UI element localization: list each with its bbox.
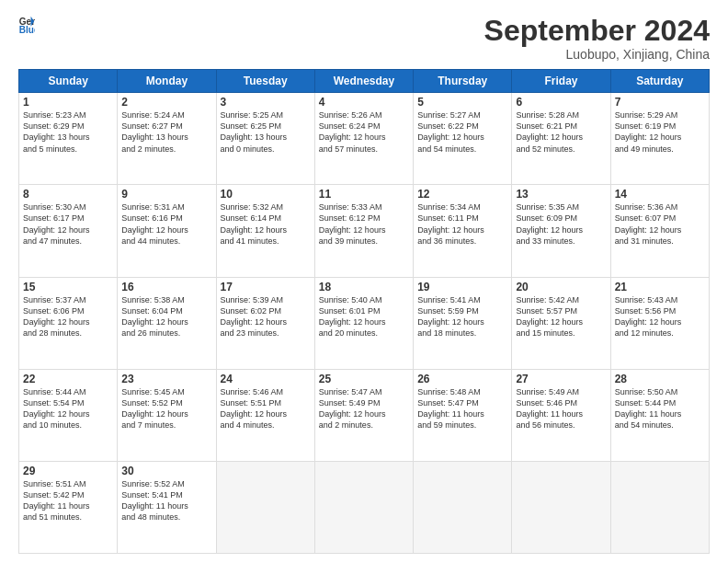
day-info: Sunrise: 5:47 AM Sunset: 5:49 PM Dayligh… [319,386,409,431]
weekday-header-wednesday: Wednesday [314,70,413,93]
calendar-cell: 18Sunrise: 5:40 AM Sunset: 6:01 PM Dayli… [314,277,413,369]
day-number: 1 [23,96,113,109]
calendar-cell: 12Sunrise: 5:34 AM Sunset: 6:11 PM Dayli… [414,185,512,277]
day-number: 14 [615,188,705,201]
day-number: 15 [23,281,113,293]
calendar-cell: 26Sunrise: 5:48 AM Sunset: 5:47 PM Dayli… [414,369,512,461]
logo: General Blue [18,15,35,33]
day-info: Sunrise: 5:23 AM Sunset: 6:29 PM Dayligh… [23,109,113,155]
day-number: 28 [615,373,705,385]
day-number: 8 [23,188,113,201]
calendar-cell: 1Sunrise: 5:23 AM Sunset: 6:29 PM Daylig… [19,93,118,185]
day-info: Sunrise: 5:34 AM Sunset: 6:11 PM Dayligh… [417,201,507,247]
logo-icon: General Blue [18,15,35,33]
calendar-cell: 11Sunrise: 5:33 AM Sunset: 6:12 PM Dayli… [314,185,413,277]
calendar-cell: 24Sunrise: 5:46 AM Sunset: 5:51 PM Dayli… [216,369,314,461]
weekday-header-monday: Monday [118,70,216,93]
calendar-week-5: 29Sunrise: 5:51 AM Sunset: 5:42 PM Dayli… [19,461,710,553]
day-number: 2 [121,96,211,109]
page-title: September 2024 [484,15,710,47]
calendar-cell: 6Sunrise: 5:28 AM Sunset: 6:21 PM Daylig… [512,93,610,185]
day-info: Sunrise: 5:28 AM Sunset: 6:21 PM Dayligh… [516,109,606,155]
day-info: Sunrise: 5:30 AM Sunset: 6:17 PM Dayligh… [23,201,113,247]
calendar-cell: 21Sunrise: 5:43 AM Sunset: 5:56 PM Dayli… [610,277,709,369]
calendar-cell: 23Sunrise: 5:45 AM Sunset: 5:52 PM Dayli… [118,369,216,461]
calendar-cell: 5Sunrise: 5:27 AM Sunset: 6:22 PM Daylig… [414,93,512,185]
calendar-cell: 10Sunrise: 5:32 AM Sunset: 6:14 PM Dayli… [216,185,314,277]
calendar-cell: 19Sunrise: 5:41 AM Sunset: 5:59 PM Dayli… [414,277,512,369]
day-number: 26 [417,373,507,385]
day-number: 9 [121,188,211,201]
calendar-cell: 3Sunrise: 5:25 AM Sunset: 6:25 PM Daylig… [216,93,314,185]
day-info: Sunrise: 5:44 AM Sunset: 5:54 PM Dayligh… [23,386,113,431]
day-info: Sunrise: 5:43 AM Sunset: 5:56 PM Dayligh… [615,294,705,339]
day-info: Sunrise: 5:33 AM Sunset: 6:12 PM Dayligh… [319,201,409,247]
day-number: 11 [319,188,409,201]
calendar-cell: 13Sunrise: 5:35 AM Sunset: 6:09 PM Dayli… [512,185,610,277]
day-number: 22 [23,373,113,385]
title-block: September 2024 Luobupo, Xinjiang, China [484,15,710,62]
day-number: 10 [221,188,311,201]
day-info: Sunrise: 5:39 AM Sunset: 6:02 PM Dayligh… [221,294,311,339]
day-number: 3 [221,96,311,109]
day-number: 12 [417,188,507,201]
day-info: Sunrise: 5:37 AM Sunset: 6:06 PM Dayligh… [23,294,113,339]
day-info: Sunrise: 5:40 AM Sunset: 6:01 PM Dayligh… [319,294,409,339]
page: General Blue September 2024 Luobupo, Xin… [0,0,728,563]
calendar-cell: 8Sunrise: 5:30 AM Sunset: 6:17 PM Daylig… [19,185,118,277]
day-info: Sunrise: 5:27 AM Sunset: 6:22 PM Dayligh… [417,109,507,155]
day-info: Sunrise: 5:31 AM Sunset: 6:16 PM Dayligh… [121,201,211,247]
day-number: 17 [221,281,311,293]
svg-text:Blue: Blue [19,25,35,33]
calendar-cell: 15Sunrise: 5:37 AM Sunset: 6:06 PM Dayli… [19,277,118,369]
calendar-cell: 30Sunrise: 5:52 AM Sunset: 5:41 PM Dayli… [118,461,216,553]
calendar-cell: 14Sunrise: 5:36 AM Sunset: 6:07 PM Dayli… [610,185,709,277]
calendar-cell: 28Sunrise: 5:50 AM Sunset: 5:44 PM Dayli… [610,369,709,461]
day-number: 13 [516,188,606,201]
day-number: 4 [319,96,409,109]
header: General Blue September 2024 Luobupo, Xin… [18,15,710,62]
day-info: Sunrise: 5:36 AM Sunset: 6:07 PM Dayligh… [615,201,705,247]
weekday-header-thursday: Thursday [414,70,512,93]
calendar-week-3: 15Sunrise: 5:37 AM Sunset: 6:06 PM Dayli… [19,277,710,369]
weekday-header-sunday: Sunday [19,70,118,93]
calendar-table: SundayMondayTuesdayWednesdayThursdayFrid… [18,69,710,554]
calendar-cell: 4Sunrise: 5:26 AM Sunset: 6:24 PM Daylig… [314,93,413,185]
day-number: 27 [516,373,606,385]
day-number: 30 [121,465,211,477]
weekday-header-row: SundayMondayTuesdayWednesdayThursdayFrid… [19,70,710,93]
weekday-header-friday: Friday [512,70,610,93]
day-info: Sunrise: 5:24 AM Sunset: 6:27 PM Dayligh… [121,109,211,155]
calendar-week-1: 1Sunrise: 5:23 AM Sunset: 6:29 PM Daylig… [19,93,710,185]
day-number: 5 [417,96,507,109]
calendar-week-2: 8Sunrise: 5:30 AM Sunset: 6:17 PM Daylig… [19,185,710,277]
calendar-cell: 27Sunrise: 5:49 AM Sunset: 5:46 PM Dayli… [512,369,610,461]
day-info: Sunrise: 5:38 AM Sunset: 6:04 PM Dayligh… [121,294,211,339]
day-number: 16 [121,281,211,293]
calendar-cell: 20Sunrise: 5:42 AM Sunset: 5:57 PM Dayli… [512,277,610,369]
day-info: Sunrise: 5:25 AM Sunset: 6:25 PM Dayligh… [221,109,311,155]
day-info: Sunrise: 5:26 AM Sunset: 6:24 PM Dayligh… [319,109,409,155]
day-number: 19 [417,281,507,293]
day-info: Sunrise: 5:32 AM Sunset: 6:14 PM Dayligh… [221,201,311,247]
day-info: Sunrise: 5:42 AM Sunset: 5:57 PM Dayligh… [516,294,606,339]
calendar-cell: 2Sunrise: 5:24 AM Sunset: 6:27 PM Daylig… [118,93,216,185]
weekday-header-saturday: Saturday [610,70,709,93]
day-info: Sunrise: 5:29 AM Sunset: 6:19 PM Dayligh… [615,109,705,155]
weekday-header-tuesday: Tuesday [216,70,314,93]
day-info: Sunrise: 5:45 AM Sunset: 5:52 PM Dayligh… [121,386,211,431]
calendar-cell: 22Sunrise: 5:44 AM Sunset: 5:54 PM Dayli… [19,369,118,461]
day-info: Sunrise: 5:48 AM Sunset: 5:47 PM Dayligh… [417,386,507,431]
day-info: Sunrise: 5:49 AM Sunset: 5:46 PM Dayligh… [516,386,606,431]
page-subtitle: Luobupo, Xinjiang, China [484,47,710,62]
day-number: 18 [319,281,409,293]
calendar-cell [216,461,314,553]
day-number: 24 [221,373,311,385]
day-number: 7 [615,96,705,109]
day-number: 21 [615,281,705,293]
day-info: Sunrise: 5:52 AM Sunset: 5:41 PM Dayligh… [121,478,211,523]
day-number: 23 [121,373,211,385]
calendar-cell [610,461,709,553]
calendar-cell: 25Sunrise: 5:47 AM Sunset: 5:49 PM Dayli… [314,369,413,461]
calendar-cell: 9Sunrise: 5:31 AM Sunset: 6:16 PM Daylig… [118,185,216,277]
